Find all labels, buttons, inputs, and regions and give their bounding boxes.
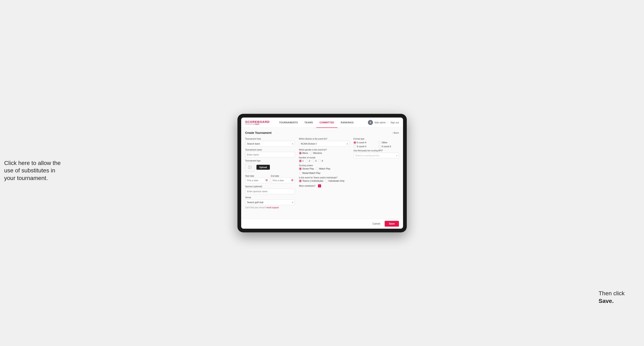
stroke-play-radio[interactable] [299, 168, 302, 170]
venue-group: Venue Search golf club Can't find your v… [245, 196, 295, 209]
nav-username: blair admin [374, 121, 386, 124]
venue-help: Can't find your venue? email support [245, 206, 295, 209]
tablet-screen: SCOREBOARD Powered by clippd TOURNAMENTS… [241, 118, 403, 229]
venue-select[interactable]: Search golf club [245, 199, 295, 205]
annotation-right: Then click Save. [598, 290, 640, 305]
venue-label: Venue [245, 196, 295, 198]
format-6count5[interactable]: 6 count 5 [378, 145, 399, 148]
date-group: Start date 📅 End date 📅 [245, 174, 295, 183]
page-header: Create Tournament ‹ Back [245, 131, 399, 135]
back-link[interactable]: ‹ Back [392, 132, 399, 134]
round-3-radio[interactable] [312, 160, 314, 162]
teams-individuals-radio[interactable] [299, 179, 302, 182]
nav-teams[interactable]: TEAMS [301, 118, 316, 128]
sponsor-label: Sponsor (optional) [245, 185, 295, 188]
allow-subs-item[interactable]: Allow substitutes? ✓ [299, 184, 349, 187]
sign-out-link[interactable]: Sign out [390, 121, 399, 124]
round-2[interactable]: 2 [306, 160, 310, 162]
scoring-system-label: Scoring system [299, 164, 349, 167]
format-5count4[interactable]: 5 count 4 [354, 141, 374, 144]
annotation-left: Click here to allow the use of substitut… [4, 159, 62, 182]
tournament-host-select[interactable]: Search team [245, 141, 295, 147]
gender-label: Which gender is the event for? [299, 149, 349, 151]
round-2-radio[interactable] [306, 160, 308, 162]
teams-individuals[interactable]: Teams (+Individuals) [299, 179, 323, 182]
round-1-radio[interactable] [299, 160, 302, 162]
format-6count4-radio[interactable] [354, 145, 356, 148]
sponsor-group: Sponsor (optional) [245, 185, 295, 194]
format-other-radio[interactable] [378, 141, 381, 144]
scoring-api-select[interactable]: Select a scoring service [354, 153, 399, 158]
format-5count4-radio[interactable] [354, 141, 356, 144]
cancel-button[interactable]: Cancel [370, 221, 382, 226]
form-col-2: Which division is the event for? NCAA Di… [299, 138, 349, 209]
logo-placeholder-icon [245, 163, 254, 172]
tournament-host-group: Tournament Host Search team [245, 138, 295, 147]
allow-subs-group: Allow substitutes? ✓ [299, 184, 349, 187]
tournament-logo-label: Tournament logo [245, 160, 295, 162]
nav-links: TOURNAMENTS TEAMS COMMITTEE RANKINGS [276, 118, 368, 128]
scoring-api-label: Use third-party live scoring API? [354, 150, 399, 152]
round-3[interactable]: 3 [312, 160, 316, 162]
format-type-label: Format type [354, 138, 399, 140]
nav-tournaments[interactable]: TOURNAMENTS [276, 118, 301, 128]
start-date-label: Start date [245, 175, 254, 177]
division-select[interactable]: NCAA Division I [299, 141, 349, 147]
event-for-label: Is this event for Teams and/or Individua… [299, 176, 349, 179]
logo-upload-area: Upload [245, 163, 295, 172]
scoring-system-radio-group: Stroke Play Match Play Medal Match Play [299, 168, 349, 174]
scoring-api-group: Use third-party live scoring API? Select… [354, 150, 399, 158]
svg-point-1 [249, 166, 250, 167]
end-date-calendar-icon: 📅 [291, 179, 294, 181]
medal-match-play[interactable]: Medal Match Play [299, 172, 320, 174]
nav-user: B blair admin | Sign out [368, 120, 399, 125]
tournament-name-label: Tournament name [245, 149, 295, 151]
start-date-calendar-icon: 📅 [265, 179, 268, 181]
save-button[interactable]: Save [385, 221, 399, 227]
stroke-play[interactable]: Stroke Play [299, 168, 314, 170]
format-6count4[interactable]: 6 count 4 [354, 145, 374, 148]
sponsor-input[interactable] [245, 188, 295, 194]
nav-committee[interactable]: COMMITTEE [316, 118, 338, 128]
tablet-shell: SCOREBOARD Powered by clippd TOURNAMENTS… [238, 114, 407, 232]
rounds-radio-group: 1 2 3 4 [299, 160, 349, 162]
event-for-group: Is this event for Teams and/or Individua… [299, 176, 349, 182]
individuals-only-radio[interactable] [325, 179, 328, 182]
tournament-logo-group: Tournament logo Upload [245, 160, 295, 172]
medal-match-play-radio[interactable] [299, 172, 302, 174]
rounds-label: Number of rounds [299, 157, 349, 159]
round-4[interactable]: 4 [318, 160, 323, 162]
form-col-1: Tournament Host Search team Tournament n… [245, 138, 295, 209]
gender-womens-radio[interactable] [310, 152, 312, 155]
allow-subs-checkbox[interactable]: ✓ [318, 184, 321, 187]
round-4-radio[interactable] [318, 160, 321, 162]
tournament-name-input[interactable] [245, 152, 295, 158]
upload-button[interactable]: Upload [256, 165, 270, 170]
format-6count5-radio[interactable] [378, 145, 381, 148]
event-for-radio-group: Teams (+Individuals) Individuals Only [299, 179, 349, 182]
logo-powered: Powered by clippd [245, 123, 270, 125]
form-col-3: Format type 5 count 4 Other [354, 138, 399, 209]
tournament-host-label: Tournament Host [245, 138, 295, 140]
format-type-group: Format type 5 count 4 Other [354, 138, 399, 148]
round-1[interactable]: 1 [299, 160, 304, 162]
form-footer: Cancel Save [241, 219, 403, 229]
gender-womens[interactable]: Womens [310, 152, 322, 155]
nav-bar: SCOREBOARD Powered by clippd TOURNAMENTS… [241, 118, 403, 128]
division-group: Which division is the event for? NCAA Di… [299, 138, 349, 147]
gender-group: Which gender is the event for? Mens Wome… [299, 149, 349, 155]
nav-rankings[interactable]: RANKINGS [338, 118, 357, 128]
nav-avatar: B [368, 120, 373, 125]
end-date-label: End date [271, 175, 279, 177]
tournament-name-group: Tournament name [245, 149, 295, 158]
division-label: Which division is the event for? [299, 138, 349, 140]
format-other[interactable]: Other [378, 141, 399, 144]
gender-mens[interactable]: Mens [299, 152, 308, 155]
match-play-radio[interactable] [316, 168, 318, 170]
gender-mens-radio[interactable] [299, 152, 302, 155]
match-play[interactable]: Match Play [316, 168, 330, 170]
gender-radio-group: Mens Womens [299, 152, 349, 155]
page-title: Create Tournament [245, 131, 272, 135]
email-support-link[interactable]: email support [266, 206, 279, 209]
individuals-only[interactable]: Individuals Only [325, 179, 344, 182]
